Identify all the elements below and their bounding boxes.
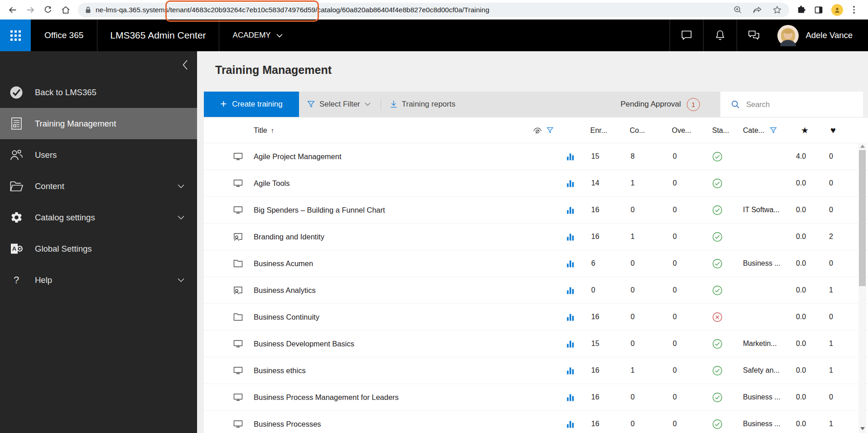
column-header-completed[interactable]: Co... bbox=[630, 126, 672, 135]
chevron-down-icon bbox=[178, 278, 184, 282]
training-reports-button[interactable]: Training reports bbox=[390, 100, 455, 109]
column-header-status[interactable]: Sta... bbox=[712, 126, 743, 135]
training-title[interactable]: Agile Project Management bbox=[254, 152, 566, 161]
column-header-category[interactable]: Cate... bbox=[743, 126, 764, 135]
statistics-chart-icon[interactable] bbox=[566, 340, 590, 348]
plus-icon: + bbox=[220, 98, 227, 109]
table-row[interactable]: Business Development Basics 15 0 0 Marke… bbox=[204, 330, 868, 357]
sort-ascending-icon[interactable]: ↑ bbox=[271, 126, 275, 134]
zoom-page-icon[interactable] bbox=[733, 5, 743, 15]
statistics-chart-icon[interactable] bbox=[566, 259, 590, 268]
category-label: Business ... bbox=[743, 259, 795, 268]
training-title[interactable]: Business Acumen bbox=[254, 259, 566, 268]
completed-count: 0 bbox=[630, 259, 672, 268]
table-row[interactable]: Business Continuity 16 0 0 0.0 0 bbox=[204, 303, 868, 330]
statistics-chart-icon[interactable] bbox=[566, 313, 590, 321]
pending-approval-link[interactable]: Pending Approval 1 bbox=[621, 98, 700, 111]
table-row[interactable]: Business Process Management for Leaders … bbox=[204, 384, 868, 410]
select-filter-dropdown[interactable]: Select Filter bbox=[307, 100, 371, 109]
status-published-icon bbox=[712, 205, 743, 215]
column-header-likes-heart-icon[interactable]: ♥ bbox=[828, 125, 852, 136]
search-box[interactable] bbox=[720, 92, 863, 117]
training-title[interactable]: Agile Tools bbox=[254, 179, 566, 188]
training-title[interactable]: Big Spenders – Building a Funnel Chart bbox=[254, 206, 566, 214]
sidebar-item-catalog-settings[interactable]: Catalog settings bbox=[0, 202, 197, 233]
training-title[interactable]: Business Processes bbox=[254, 420, 566, 428]
table-row[interactable]: Business ethics 16 1 0 Safety an... 0.0 … bbox=[204, 357, 868, 384]
browser-forward-icon[interactable] bbox=[21, 2, 39, 18]
completed-count: 0 bbox=[630, 313, 672, 321]
training-title[interactable]: Branding and Identity bbox=[254, 233, 566, 241]
visibility-icon[interactable] bbox=[533, 126, 542, 135]
filter-funnel-icon[interactable] bbox=[546, 127, 554, 134]
training-title[interactable]: Business ethics bbox=[254, 366, 566, 375]
filter-funnel-icon[interactable] bbox=[770, 127, 777, 134]
sidebar-item-global-settings[interactable]: A Global Settings bbox=[0, 233, 197, 264]
statistics-chart-icon[interactable] bbox=[566, 206, 590, 214]
scrollbar-up-icon[interactable] bbox=[858, 143, 866, 150]
table-row[interactable]: Business Analytics 0 0 0 0.0 1 bbox=[204, 277, 868, 303]
notifications-bell-icon[interactable] bbox=[704, 19, 737, 51]
sidebar-item-back-to-lms365[interactable]: Back to LMS365 bbox=[0, 77, 197, 108]
table-row[interactable]: Business Processes 16 0 0 Business ... 0… bbox=[204, 410, 868, 433]
share-icon[interactable] bbox=[752, 5, 762, 15]
completed-count: 8 bbox=[630, 152, 672, 161]
user-menu[interactable]: Adele Vance bbox=[770, 19, 868, 51]
overdue-count: 0 bbox=[672, 393, 712, 401]
column-header-enrolled[interactable]: Enr... bbox=[590, 126, 630, 135]
training-title[interactable]: Business Development Basics bbox=[254, 340, 566, 348]
table-row[interactable]: Business Acumen 6 0 0 Business ... 0.0 0 bbox=[204, 250, 868, 277]
browser-menu-kebab-icon[interactable] bbox=[851, 4, 857, 15]
sidebar-item-users[interactable]: Users bbox=[0, 139, 197, 170]
extensions-puzzle-icon[interactable] bbox=[796, 5, 806, 15]
table-row[interactable]: Agile Tools 14 1 0 0.0 0 bbox=[204, 170, 868, 196]
browser-home-icon[interactable] bbox=[57, 2, 74, 18]
download-icon bbox=[390, 100, 397, 108]
training-title[interactable]: Business Process Management for Leaders bbox=[254, 393, 566, 402]
statistics-chart-icon[interactable] bbox=[566, 152, 590, 161]
status-published-icon bbox=[712, 178, 743, 189]
browser-profile-avatar[interactable] bbox=[831, 4, 843, 16]
sidebar-item-help[interactable]: ? Help bbox=[0, 264, 197, 296]
lms365-admin-center-title: LMS365 Admin Center bbox=[97, 19, 218, 51]
status-published-icon bbox=[712, 258, 743, 269]
catalog-selector[interactable]: ACADEMY bbox=[219, 19, 296, 51]
column-header-title[interactable]: Title bbox=[254, 126, 267, 135]
statistics-chart-icon[interactable] bbox=[566, 393, 590, 401]
sidebar-item-training-management[interactable]: Training Management bbox=[0, 108, 197, 139]
statistics-chart-icon[interactable] bbox=[566, 179, 590, 187]
rating-value: 0.0 bbox=[795, 233, 828, 241]
training-title[interactable]: Business Continuity bbox=[254, 313, 566, 321]
table-body: Agile Project Management 15 8 0 4.0 0 A bbox=[204, 143, 868, 433]
table-row[interactable]: Agile Project Management 15 8 0 4.0 0 bbox=[204, 143, 868, 170]
training-title[interactable]: Business Analytics bbox=[254, 286, 566, 295]
app-launcher-waffle-icon[interactable] bbox=[0, 19, 31, 51]
column-header-overdue[interactable]: Ove... bbox=[672, 126, 712, 135]
vertical-scrollbar[interactable] bbox=[858, 143, 866, 433]
column-header-rating-star-icon[interactable]: ★ bbox=[795, 125, 828, 136]
statistics-chart-icon[interactable] bbox=[566, 286, 590, 294]
course-type-webinar-icon bbox=[233, 286, 254, 295]
create-training-button[interactable]: + Create training bbox=[204, 92, 299, 117]
statistics-chart-icon[interactable] bbox=[566, 366, 590, 375]
scrollbar-thumb[interactable] bbox=[859, 150, 866, 286]
likes-count: 2 bbox=[828, 233, 852, 241]
scrollbar-down-icon[interactable] bbox=[858, 425, 866, 432]
office365-link[interactable]: Office 365 bbox=[31, 19, 97, 51]
side-panel-icon[interactable] bbox=[814, 5, 823, 15]
course-type-elearning-icon bbox=[233, 179, 254, 188]
feedback-icon[interactable] bbox=[737, 19, 770, 51]
search-input[interactable] bbox=[745, 100, 849, 109]
address-bar[interactable]: ne-lms-qa.365.systems/tenant/4683c20b932… bbox=[78, 3, 789, 17]
bookmark-star-icon[interactable] bbox=[772, 5, 782, 15]
table-row[interactable]: Branding and Identity 16 1 0 0.0 2 bbox=[204, 223, 868, 250]
sidebar-item-content[interactable]: Content bbox=[0, 170, 197, 202]
course-type-elearning-icon bbox=[233, 366, 254, 375]
browser-back-icon[interactable] bbox=[4, 2, 21, 18]
chat-icon[interactable] bbox=[670, 19, 703, 51]
statistics-chart-icon[interactable] bbox=[566, 420, 590, 428]
sidebar-collapse-icon[interactable] bbox=[180, 58, 190, 72]
browser-reload-icon[interactable] bbox=[39, 2, 57, 18]
statistics-chart-icon[interactable] bbox=[566, 233, 590, 241]
table-row[interactable]: Big Spenders – Building a Funnel Chart 1… bbox=[204, 196, 868, 223]
